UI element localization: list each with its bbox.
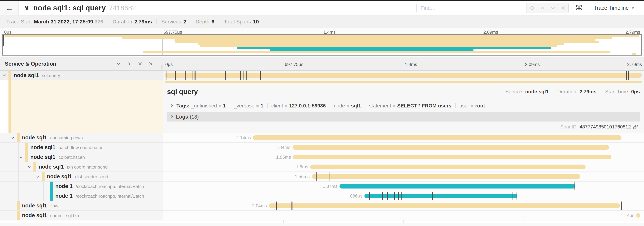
logs-row[interactable]: Logs (18) <box>167 112 640 121</box>
tag-item[interactable]: _unfinished=1 <box>191 103 226 109</box>
collapse-all-icon[interactable] <box>137 61 143 67</box>
tree-indent-guide <box>2 172 2 181</box>
depth-label: Depth <box>196 19 209 25</box>
log-marker-tick <box>621 201 622 210</box>
minimap-span-bar <box>632 53 636 55</box>
span-bar[interactable] <box>253 135 622 140</box>
span-tree-row[interactable]: node sql1dist sender send <box>0 172 163 181</box>
keyboard-shortcuts-button[interactable]: ⌘ <box>573 3 585 13</box>
tag-item[interactable]: client=127.0.0.1:59936 <box>272 103 326 109</box>
span-timeline-cell[interactable]: 2.14ms <box>163 133 644 143</box>
span-timeline-cell[interactable] <box>163 71 644 80</box>
tag-item[interactable]: _verbose=1 <box>234 103 264 109</box>
divider <box>191 19 191 24</box>
span-timeline-cell[interactable]: 1.6ms <box>163 162 644 172</box>
trace-view-dropdown-label: Trace Timeline <box>594 5 629 11</box>
title-collapse-chevron-icon[interactable]: ∨ <box>24 4 30 12</box>
span-bar[interactable] <box>312 174 580 179</box>
chevron-down-icon[interactable] <box>27 164 32 169</box>
span-tree-row[interactable]: node 1/cockroach.roachpb.Internal/Batch <box>0 181 163 191</box>
chevron-down-icon[interactable] <box>35 174 40 179</box>
time-tick-label: 1.4ms <box>405 62 417 67</box>
span-bar[interactable] <box>292 145 609 150</box>
tags-row[interactable]: Tags: _unfinished=1_verbose=1client=127.… <box>167 101 640 111</box>
find-input[interactable] <box>416 3 526 13</box>
span-color-stripe <box>17 201 20 210</box>
service-name: node sql1 <box>22 212 47 218</box>
log-marker-tick <box>166 71 167 80</box>
divider <box>365 103 365 108</box>
minimap-canvas[interactable] <box>2 34 642 56</box>
service-operation-header: Service & Operation <box>0 57 163 71</box>
link-icon[interactable] <box>632 124 638 130</box>
divider <box>455 103 456 108</box>
span-bar[interactable] <box>340 184 575 188</box>
prev-match-icon[interactable] <box>540 5 546 11</box>
span-row: node 1/cockroach.roachpb.Internal/Batch1… <box>0 181 644 191</box>
operation-name: dist sender send <box>75 174 108 179</box>
span-tree-row[interactable]: node sql1commit sql txn <box>0 211 163 220</box>
span-tree-row[interactable]: node sql1batch flow coordinator <box>0 143 163 152</box>
trace-start-label: Trace Start <box>6 19 32 25</box>
minimap-span-row <box>2 53 642 55</box>
chevron-down-icon[interactable] <box>2 73 7 78</box>
log-marker-tick <box>245 71 246 80</box>
operation-name: batch flow coordinator <box>58 145 102 150</box>
minimap-tick-labels: 0μs697.75μs1.4ms2.09ms2.79ms <box>2 28 642 34</box>
span-bar[interactable] <box>165 73 642 78</box>
clear-search-icon[interactable] <box>560 5 566 11</box>
window-bottom-strip <box>0 223 644 226</box>
minimap-span-rows <box>2 35 642 55</box>
span-bar[interactable] <box>293 155 612 159</box>
tree-indent-guide <box>27 181 27 191</box>
expand-all-icon[interactable] <box>148 61 154 67</box>
tree-indent-guide <box>2 181 2 191</box>
column-resize-grip[interactable] <box>162 65 163 69</box>
span-row: node 1/cockroach.roachpb.Internal/Batch8… <box>0 191 644 201</box>
minimap-drag-handle[interactable] <box>2 35 4 46</box>
back-button[interactable]: ← <box>0 1 18 15</box>
span-tree-row[interactable]: node sql1flow <box>0 201 163 211</box>
equals-sign: = <box>217 103 223 109</box>
tag-item[interactable]: node=sql1 <box>334 103 361 109</box>
timeline-ruler: 0μs697.75μs1.4ms2.09ms2.79ms <box>163 57 644 71</box>
start-time-value: 0μs <box>631 89 640 95</box>
span-bar[interactable] <box>269 203 620 208</box>
span-tree-row[interactable]: node sql1colbatchscan <box>0 152 163 162</box>
panel-resize-divider[interactable] <box>163 57 163 223</box>
span-tree-row[interactable]: node sql1consuming rows <box>0 133 163 143</box>
chevron-down-icon[interactable] <box>10 135 15 140</box>
span-timeline-cell[interactable]: 1.85ms <box>163 152 644 162</box>
trace-view-dropdown[interactable]: Trace Timeline ∨ <box>589 3 639 13</box>
chevron-down-icon[interactable] <box>18 155 24 159</box>
span-timeline-cell[interactable]: 1.56ms <box>163 172 644 181</box>
span-tree-row[interactable]: node 1/cockroach.roachpb.Internal/Batch <box>0 191 163 201</box>
span-timeline-cell[interactable]: 2.04ms <box>163 201 644 211</box>
log-marker-tick <box>398 192 399 200</box>
span-timeline-cell[interactable]: 1.37ms <box>163 181 644 191</box>
span-tree-row[interactable]: node sql1sql query <box>0 71 163 80</box>
span-timeline-cell[interactable]: 886μs <box>163 191 644 201</box>
time-tick-label: 0μs <box>4 30 12 35</box>
chevron-right-icon <box>170 103 174 108</box>
collapse-one-icon[interactable] <box>116 61 121 67</box>
log-marker-tick <box>329 172 330 181</box>
tag-item[interactable]: user=root <box>460 103 485 109</box>
span-tree-row[interactable]: node sql1txn coordinator send <box>0 162 163 172</box>
service-name: node 1 <box>55 183 72 189</box>
tag-item[interactable]: statement=SELECT * FROM users <box>369 103 451 109</box>
span-bar[interactable] <box>310 164 586 169</box>
span-bar[interactable] <box>636 213 640 218</box>
span-color-stripe <box>8 71 11 80</box>
span-row: node sql1sql query <box>0 71 644 80</box>
span-timeline-cell[interactable]: 14μs <box>163 211 644 220</box>
chevron-right-icon <box>170 115 174 119</box>
span-timeline-cell[interactable]: 1.84ms <box>163 143 644 152</box>
next-match-icon[interactable] <box>550 5 556 11</box>
tree-indent-guide <box>18 162 19 171</box>
tree-indent-guide <box>43 181 44 191</box>
expand-one-icon[interactable] <box>126 61 132 67</box>
minimap-span-bar <box>270 49 473 51</box>
locate-icon[interactable] <box>529 5 535 11</box>
tag-key: statement <box>369 103 391 109</box>
